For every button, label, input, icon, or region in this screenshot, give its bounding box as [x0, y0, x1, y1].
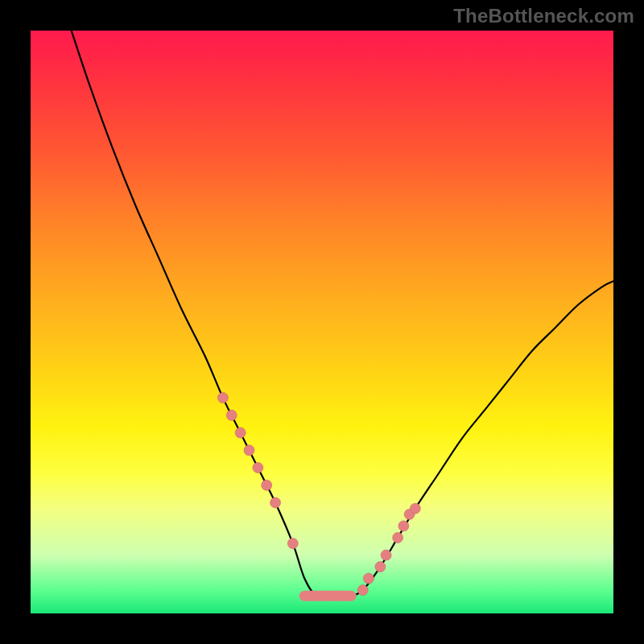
data-marker — [393, 532, 403, 543]
chart-svg — [31, 31, 613, 613]
data-marker — [363, 573, 374, 584]
data-marker — [244, 445, 254, 456]
data-marker — [357, 585, 368, 596]
data-marker — [398, 521, 409, 531]
data-marker — [410, 503, 420, 514]
watermark-text: TheBottleneck.com — [453, 5, 634, 27]
plot-area — [31, 31, 613, 613]
data-marker — [235, 427, 246, 438]
curve-group — [72, 31, 613, 597]
data-marker — [226, 410, 237, 420]
data-marker — [262, 480, 272, 490]
bottleneck-curve — [72, 31, 613, 597]
data-marker — [375, 562, 386, 572]
marker-group — [217, 393, 420, 597]
data-marker — [253, 463, 263, 473]
data-marker — [287, 539, 298, 549]
data-marker — [270, 497, 281, 508]
data-marker — [217, 393, 228, 403]
data-marker — [381, 550, 391, 560]
chart-container: TheBottleneck.com — [0, 0, 644, 644]
